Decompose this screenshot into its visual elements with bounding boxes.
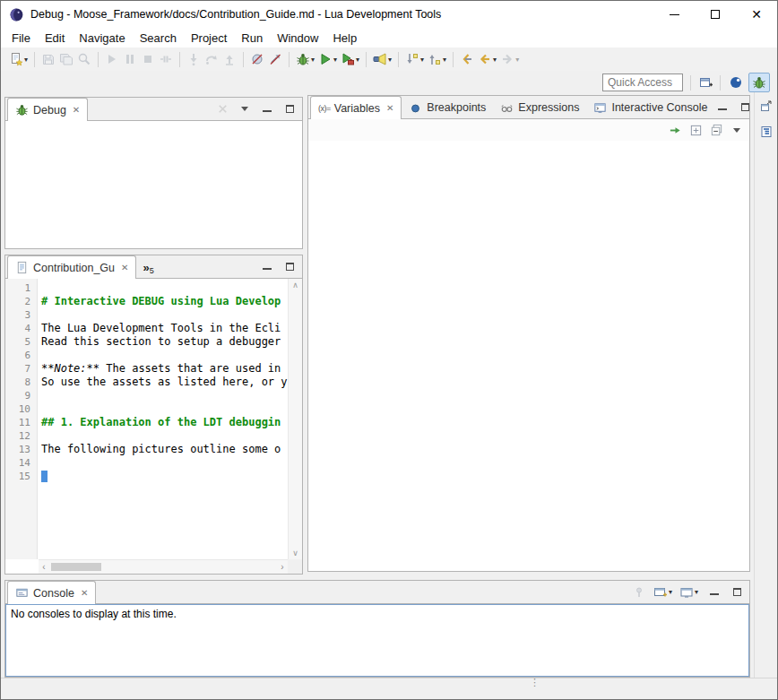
open-console-icon: [653, 585, 668, 600]
menu-edit[interactable]: Edit: [38, 30, 72, 47]
external-tools-button[interactable]: ▾: [339, 49, 361, 69]
close-icon[interactable]: ✕: [81, 588, 88, 598]
lua-perspective-button[interactable]: [725, 73, 747, 92]
minimize-view-button[interactable]: [706, 584, 722, 601]
step-into-button[interactable]: [185, 49, 203, 69]
minimize-view-button[interactable]: [259, 101, 275, 117]
code-line: [41, 470, 288, 483]
remove-all-terminated-button[interactable]: [214, 101, 230, 117]
terminate-button[interactable]: [139, 49, 157, 69]
minimize-view-button[interactable]: [714, 99, 730, 116]
scrollbar-thumb[interactable]: [51, 563, 101, 571]
dropdown-arrow-icon[interactable]: ▾: [333, 56, 337, 64]
collapse-all-button[interactable]: [708, 122, 724, 138]
horizontal-scrollbar[interactable]: ‹ ›: [39, 559, 288, 574]
menu-project[interactable]: Project: [184, 30, 234, 47]
back-button[interactable]: ▾: [476, 49, 498, 69]
close-icon[interactable]: ✕: [386, 103, 393, 113]
tab-contribution-guide[interactable]: Contribution_Gu ✕: [7, 255, 136, 279]
step-over-button[interactable]: [203, 49, 220, 69]
search-button[interactable]: ▾: [371, 49, 393, 69]
code-area[interactable]: # Interactive DEBUG using Lua DevelopThe…: [38, 279, 288, 559]
sash-handle[interactable]: ⋮: [530, 677, 540, 688]
save-button[interactable]: [39, 49, 57, 69]
close-icon[interactable]: ✕: [73, 105, 80, 115]
scroll-left-icon[interactable]: ‹: [39, 562, 49, 572]
resume-button[interactable]: [103, 49, 121, 69]
previous-annotation-button[interactable]: ▾: [426, 49, 448, 69]
tab-console[interactable]: Console ✕: [7, 581, 96, 604]
maximize-icon: [286, 263, 294, 271]
new-wizard-button[interactable]: ▾: [7, 49, 30, 69]
run-button[interactable]: ▾: [316, 49, 339, 69]
restore-view-button[interactable]: [757, 98, 775, 116]
scroll-right-icon[interactable]: ›: [277, 562, 288, 572]
minimized-outline-view-button[interactable]: [757, 123, 775, 141]
dropdown-arrow-icon[interactable]: ▾: [515, 56, 519, 64]
view-menu-button[interactable]: [729, 122, 745, 138]
pin-console-button[interactable]: [630, 583, 648, 602]
tab-variables[interactable]: (x)=Variables✕: [310, 96, 402, 119]
menu-run[interactable]: Run: [234, 30, 270, 47]
dropdown-arrow-icon[interactable]: ▾: [420, 56, 424, 64]
suspend-icon: [123, 52, 137, 66]
show-type-names-button[interactable]: [687, 122, 704, 138]
scroll-down-icon[interactable]: ∨: [292, 549, 298, 557]
display-selected-console-button[interactable]: ▾: [678, 583, 700, 602]
maximize-window-button[interactable]: [695, 1, 736, 28]
debug-button[interactable]: ▾: [294, 49, 316, 69]
quick-access-input[interactable]: Quick Access: [602, 73, 683, 91]
menu-navigate[interactable]: Navigate: [72, 30, 132, 47]
scroll-up-icon[interactable]: ∧: [292, 281, 298, 290]
editor-content[interactable]: 123456789101112131415 # Interactive DEBU…: [5, 279, 288, 559]
show-logical-structures-button[interactable]: [667, 122, 683, 138]
maximize-view-button[interactable]: [729, 584, 745, 601]
expressions-icon: [500, 101, 514, 115]
dropdown-arrow-icon[interactable]: ▾: [24, 56, 28, 64]
close-icon[interactable]: ✕: [121, 263, 128, 272]
tab-interactive-console[interactable]: Interactive Console: [586, 97, 714, 118]
dropdown-arrow-icon[interactable]: ▾: [356, 56, 359, 64]
tab-expressions[interactable]: Expressions: [493, 97, 586, 118]
minimize-window-button[interactable]: [653, 1, 695, 28]
dropdown-arrow-icon[interactable]: ▾: [695, 588, 698, 596]
dropdown-arrow-icon[interactable]: ▾: [388, 56, 392, 64]
use-step-filters-button[interactable]: [266, 49, 284, 69]
maximize-view-button[interactable]: [281, 101, 298, 117]
view-menu-button[interactable]: [237, 101, 253, 117]
tab-breakpoints[interactable]: Breakpoints: [402, 97, 493, 118]
dropdown-arrow-icon[interactable]: ▾: [669, 588, 672, 596]
open-resource-button[interactable]: [75, 49, 93, 69]
maximize-view-button[interactable]: [281, 259, 298, 275]
last-edit-location-button[interactable]: [458, 49, 476, 69]
debug-perspective-button[interactable]: [748, 73, 770, 92]
collapse-all-icon: [710, 124, 723, 137]
menu-help[interactable]: Help: [325, 30, 364, 47]
editor-panel: Contribution_Gu ✕ » 5 123456789101112131…: [4, 255, 303, 575]
open-perspective-button[interactable]: [696, 73, 717, 92]
menu-window[interactable]: Window: [270, 30, 325, 47]
menu-file[interactable]: File: [4, 30, 38, 47]
back-icon: [478, 52, 492, 66]
minimize-view-button[interactable]: [259, 259, 275, 275]
menu-search[interactable]: Search: [133, 30, 184, 47]
disconnect-button[interactable]: [157, 49, 175, 69]
maximize-view-button[interactable]: [737, 99, 753, 116]
dropdown-arrow-icon[interactable]: ▾: [493, 56, 497, 64]
tab-debug[interactable]: Debug ✕: [7, 98, 88, 121]
editor-tab-overflow[interactable]: » 5: [136, 256, 160, 278]
save-all-button[interactable]: [57, 49, 75, 69]
skip-all-breakpoints-button[interactable]: [248, 49, 266, 69]
forward-button[interactable]: ▾: [498, 49, 521, 69]
suspend-button[interactable]: [121, 49, 139, 69]
prev-annotation-icon: [428, 52, 442, 66]
dropdown-arrow-icon[interactable]: ▾: [443, 56, 446, 64]
open-console-button[interactable]: ▾: [652, 583, 674, 602]
code-segment: **Note:**: [41, 362, 99, 375]
step-return-button[interactable]: [220, 49, 238, 69]
next-annotation-button[interactable]: ▾: [403, 49, 426, 69]
vertical-scrollbar[interactable]: ∧ ∨: [288, 279, 302, 559]
var-tool-1-icon: [669, 124, 682, 137]
dropdown-arrow-icon[interactable]: ▾: [311, 56, 315, 64]
close-window-button[interactable]: ✕: [736, 1, 777, 28]
